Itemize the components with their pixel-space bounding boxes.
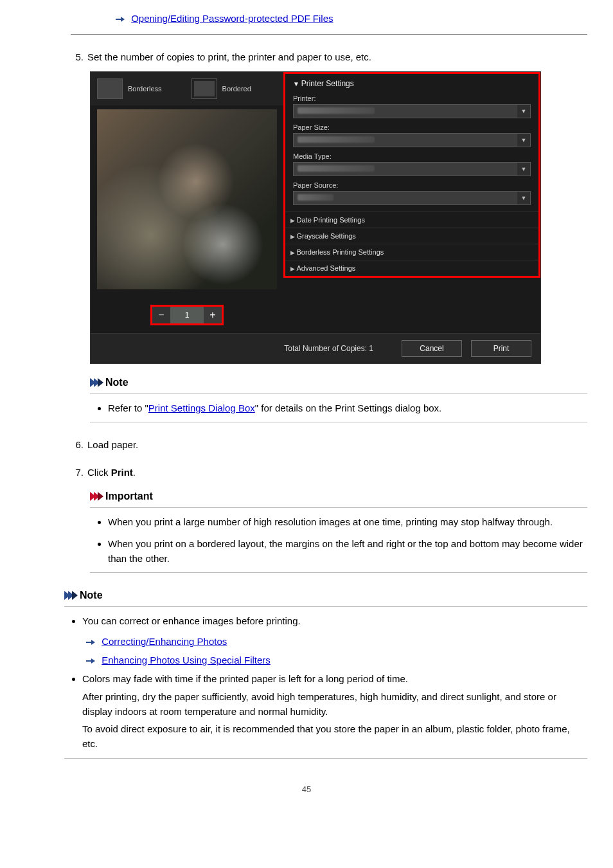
important-heading: Important [105, 491, 153, 502]
link-print-settings-dialog[interactable]: Print Settings Dialog Box [148, 402, 255, 413]
cancel-button[interactable]: Cancel [402, 340, 462, 357]
divider [64, 758, 587, 759]
chevron-down-icon: ▼ [517, 192, 530, 204]
note-icon [90, 378, 102, 387]
step6-text: Load paper. [87, 439, 587, 450]
section-advanced[interactable]: Advanced Settings [285, 260, 538, 276]
section-borderless[interactable]: Borderless Printing Settings [285, 244, 538, 260]
total-copies-label: Total Number of Copies: 1 [100, 344, 393, 353]
layout-thumb-bordered[interactable] [191, 78, 217, 99]
important-icon [90, 492, 102, 501]
important-bullet-1: When you print a large number of high re… [108, 514, 587, 529]
link-opening-pdf[interactable]: Opening/Editing Password-protected PDF F… [131, 13, 333, 24]
important-bullet-2: When you print on a bordered layout, the… [108, 536, 587, 566]
print-preview-image [97, 109, 277, 289]
print-settings-screenshot: Borderless Bordered − 1 + Printer Settin… [90, 71, 541, 364]
step6-number: 6. [26, 439, 87, 450]
step5-text: Set the number of copies to print, the p… [87, 51, 587, 62]
chevron-down-icon: ▼ [517, 105, 530, 118]
divider [90, 572, 587, 573]
copies-value: 1 [170, 307, 204, 323]
printer-select[interactable]: ▼ [293, 104, 531, 118]
layout-option-row: Borderless Bordered [91, 72, 283, 105]
divider [90, 393, 587, 394]
note2-heading: Note [80, 590, 103, 601]
arrow-right-icon [86, 658, 95, 664]
print-button[interactable]: Print [471, 340, 531, 357]
paper-size-select[interactable]: ▼ [293, 133, 531, 147]
section-grayscale[interactable]: Grayscale Settings [285, 228, 538, 244]
note1-bullet: Refer to "Print Settings Dialog Box" for… [108, 401, 587, 415]
paper-source-select[interactable]: ▼ [293, 191, 531, 205]
label-media-type: Media Type: [293, 152, 531, 160]
label-paper-source: Paper Source: [293, 181, 531, 189]
link-special-filters[interactable]: Enhancing Photos Using Special Filters [102, 655, 271, 665]
step7-text: Click Print. [87, 467, 587, 478]
copies-stepper[interactable]: − 1 + [150, 305, 224, 325]
divider [71, 34, 587, 35]
arrow-right-icon [86, 639, 95, 646]
layout-thumb-borderless[interactable] [97, 78, 123, 99]
note-heading: Note [105, 377, 129, 388]
note2-bullet-1: You can correct or enhance images before… [82, 613, 587, 628]
layout-label-borderless: Borderless [128, 85, 162, 93]
page-number: 45 [26, 784, 587, 794]
link-correcting-enhancing[interactable]: Correcting/Enhancing Photos [102, 636, 227, 647]
divider [64, 606, 587, 607]
note2-bullet-2: Colors may fade with time if the printed… [82, 671, 587, 751]
step5-number: 5. [26, 51, 87, 62]
arrow-right-icon [116, 16, 125, 23]
printer-settings-header[interactable]: Printer Settings [293, 78, 531, 89]
step7-number: 7. [26, 467, 87, 478]
note-icon [64, 591, 76, 600]
chevron-down-icon: ▼ [517, 134, 530, 147]
layout-label-bordered: Bordered [222, 85, 251, 93]
label-printer: Printer: [293, 95, 531, 102]
copies-decrement[interactable]: − [152, 307, 170, 323]
copies-increment[interactable]: + [204, 307, 222, 323]
label-paper-size: Paper Size: [293, 123, 531, 131]
divider [90, 507, 587, 508]
chevron-down-icon: ▼ [517, 163, 530, 176]
divider [90, 422, 587, 422]
section-date-printing[interactable]: Date Printing Settings [285, 212, 538, 228]
media-type-select[interactable]: ▼ [293, 162, 531, 176]
